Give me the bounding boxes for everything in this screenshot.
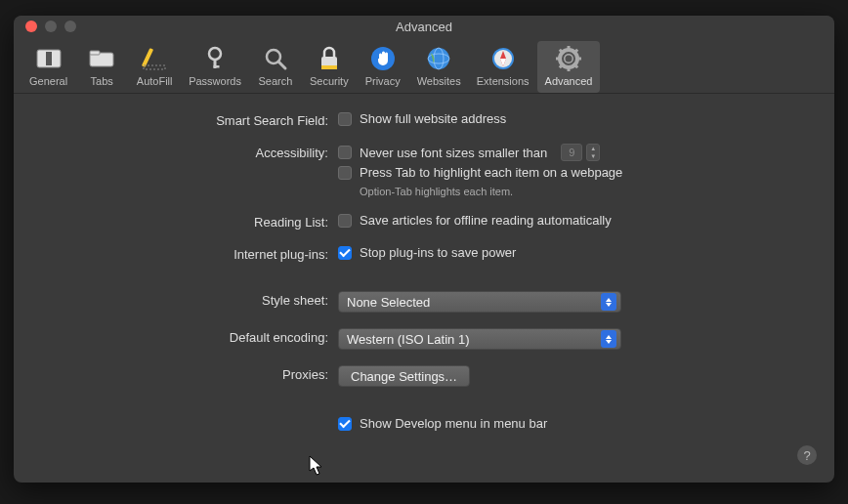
- traffic-lights: [14, 21, 76, 32]
- checkbox-offline-reading[interactable]: [338, 214, 352, 228]
- hand-icon: [369, 45, 397, 72]
- tab-label: AutoFill: [137, 75, 173, 87]
- chevron-up-down-icon: [601, 330, 616, 348]
- label-proxies: Proxies:: [53, 365, 338, 382]
- svg-point-30: [566, 56, 572, 63]
- label-plugins: Internet plug-ins:: [53, 245, 338, 262]
- tab-label: Extensions: [477, 75, 530, 87]
- preferences-window: Advanced General Tabs AutoFill Passwords: [14, 16, 834, 483]
- label-style-sheet: Style sheet:: [53, 291, 338, 308]
- tab-privacy[interactable]: Privacy: [357, 41, 409, 93]
- label-reading-list: Reading List:: [53, 213, 338, 230]
- tab-label: Security: [310, 75, 349, 87]
- row-style-sheet: Style sheet: None Selected: [53, 291, 795, 313]
- accessibility-hint: Option-Tab highlights each item.: [360, 186, 795, 197]
- tabs-icon: [88, 45, 115, 72]
- checkbox-label: Press Tab to highlight each item on a we…: [360, 165, 622, 180]
- autofill-icon: [141, 45, 168, 72]
- lock-icon: [316, 45, 343, 72]
- svg-rect-12: [321, 65, 337, 69]
- svg-point-6: [209, 48, 221, 60]
- tab-security[interactable]: Security: [302, 41, 357, 93]
- tab-websites[interactable]: Websites: [409, 41, 469, 93]
- general-icon: [35, 45, 63, 72]
- tab-label: Tabs: [91, 75, 113, 87]
- tab-extensions[interactable]: Extensions: [469, 41, 537, 93]
- svg-point-15: [428, 48, 449, 69]
- checkbox-label: Show Develop menu in menu bar: [360, 416, 547, 431]
- checkbox-label: Stop plug-ins to save power: [360, 245, 516, 260]
- key-icon: [201, 45, 229, 72]
- svg-rect-4: [142, 48, 153, 67]
- zoom-window-button[interactable]: [64, 21, 76, 32]
- row-plugins: Internet plug-ins: Stop plug-ins to save…: [53, 245, 795, 262]
- compass-icon: [489, 45, 517, 72]
- label-accessibility: Accessibility:: [53, 144, 338, 160]
- stepper-buttons[interactable]: ▲▼: [586, 144, 600, 161]
- checkbox-show-full-address[interactable]: [338, 112, 352, 126]
- tab-autofill[interactable]: AutoFill: [128, 41, 181, 93]
- window-title: Advanced: [14, 20, 834, 34]
- tab-label: Advanced: [545, 75, 593, 87]
- checkbox-tab-highlight[interactable]: [338, 166, 352, 180]
- tab-label: Websites: [417, 75, 461, 87]
- stepper-value: 9: [561, 144, 582, 161]
- svg-rect-5: [144, 65, 165, 69]
- row-develop-menu: Show Develop menu in menu bar: [53, 416, 795, 431]
- select-value: Western (ISO Latin 1): [347, 332, 469, 347]
- minimize-window-button[interactable]: [45, 21, 57, 32]
- button-label: Change Settings…: [351, 369, 457, 384]
- checkbox-show-develop-menu[interactable]: [338, 417, 352, 431]
- tab-search[interactable]: Search: [249, 41, 302, 93]
- tab-tabs[interactable]: Tabs: [75, 41, 128, 93]
- row-smart-search: Smart Search Field: Show full website ad…: [53, 111, 795, 128]
- content-area: Smart Search Field: Show full website ad…: [14, 94, 834, 454]
- svg-rect-3: [90, 51, 100, 55]
- tab-label: Passwords: [189, 75, 241, 87]
- select-value: None Selected: [347, 295, 430, 310]
- checkbox-stop-plugins[interactable]: [338, 246, 352, 260]
- gear-icon: [555, 45, 582, 72]
- titlebar: Advanced: [14, 16, 834, 37]
- checkbox-label: Never use font sizes smaller than: [360, 146, 547, 160]
- tab-advanced[interactable]: Advanced: [537, 41, 601, 93]
- checkbox-label: Show full website address: [360, 111, 506, 126]
- tab-label: General: [29, 75, 67, 87]
- checkbox-label: Save articles for offline reading automa…: [360, 213, 612, 228]
- select-default-encoding[interactable]: Western (ISO Latin 1): [338, 328, 621, 350]
- globe-icon: [425, 45, 452, 72]
- search-icon: [262, 45, 289, 72]
- label-default-encoding: Default encoding:: [53, 328, 338, 345]
- change-proxy-settings-button[interactable]: Change Settings…: [338, 365, 470, 387]
- help-icon: ?: [803, 448, 810, 463]
- cursor-icon: [309, 455, 324, 477]
- help-button[interactable]: ?: [797, 445, 817, 465]
- tab-label: Search: [259, 75, 293, 87]
- checkbox-min-font-size[interactable]: [338, 146, 352, 159]
- label-smart-search: Smart Search Field:: [53, 111, 338, 128]
- row-proxies: Proxies: Change Settings…: [53, 365, 795, 387]
- svg-rect-1: [46, 52, 52, 65]
- chevron-up-down-icon: [601, 293, 616, 311]
- select-style-sheet[interactable]: None Selected: [338, 291, 621, 313]
- tab-label: Privacy: [365, 75, 401, 87]
- tab-passwords[interactable]: Passwords: [181, 41, 249, 93]
- svg-rect-8: [214, 65, 220, 68]
- svg-line-10: [278, 62, 285, 68]
- row-reading-list: Reading List: Save articles for offline …: [53, 213, 795, 230]
- tab-general[interactable]: General: [21, 41, 75, 93]
- toolbar: General Tabs AutoFill Passwords Search: [14, 37, 834, 94]
- close-window-button[interactable]: [25, 21, 37, 32]
- row-default-encoding: Default encoding: Western (ISO Latin 1): [53, 328, 795, 350]
- row-accessibility: Accessibility: Never use font sizes smal…: [53, 144, 795, 197]
- font-size-stepper[interactable]: 9 ▲▼: [561, 144, 600, 161]
